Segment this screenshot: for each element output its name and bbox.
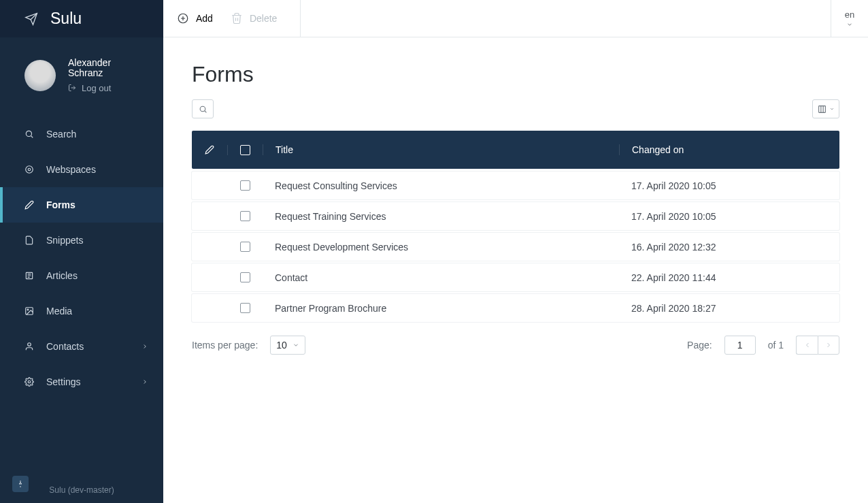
chevron-left-icon: [803, 341, 812, 349]
next-page-button[interactable]: [818, 336, 839, 355]
prev-page-button[interactable]: [796, 336, 818, 355]
row-checkbox-cell[interactable]: [227, 303, 263, 313]
column-title[interactable]: Title: [263, 144, 619, 155]
sidebar-item-webspaces[interactable]: Webspaces: [0, 152, 163, 187]
table-row[interactable]: Request Training Services 17. April 2020…: [192, 202, 839, 230]
content: Forms Title Changed on: [163, 37, 868, 503]
delete-label: Delete: [250, 13, 277, 24]
target-icon: [24, 165, 34, 174]
nav: Search Webspaces Forms Snippets Articles…: [0, 116, 163, 400]
chevron-right-icon: [141, 343, 148, 350]
page-of-label: of 1: [768, 340, 784, 351]
pin-sidebar-button[interactable]: [12, 476, 29, 492]
svg-rect-10: [818, 106, 825, 112]
items-per-page-label: Items per page:: [192, 340, 258, 351]
search-icon: [24, 129, 34, 139]
pencil-icon: [205, 145, 214, 155]
row-changed: 28. April 2020 18:27: [619, 303, 839, 314]
trash-icon: [231, 12, 243, 25]
table-row[interactable]: Contact 22. April 2020 11:44: [192, 263, 839, 291]
row-checkbox[interactable]: [240, 272, 250, 282]
svg-point-0: [26, 131, 31, 136]
footer-version: Sulu (dev-master): [49, 485, 114, 495]
row-checkbox[interactable]: [240, 242, 250, 252]
items-per-page-select[interactable]: 10: [270, 336, 305, 355]
svg-point-7: [28, 380, 31, 383]
logout-icon: [68, 84, 76, 92]
avatar[interactable]: [24, 60, 56, 91]
row-checkbox-cell[interactable]: [227, 272, 263, 282]
chevron-right-icon: [824, 341, 833, 349]
add-label: Add: [196, 13, 213, 24]
language-switcher[interactable]: en: [831, 0, 868, 37]
column-edit: [192, 145, 227, 155]
sidebar-item-articles[interactable]: Articles: [0, 258, 163, 293]
row-checkbox-cell[interactable]: [227, 211, 263, 221]
table-header: Title Changed on: [192, 131, 839, 169]
toolbar-group: Add Delete: [163, 0, 301, 37]
row-checkbox[interactable]: [240, 211, 250, 221]
forms-table: Title Changed on Request Consulting Serv…: [192, 131, 839, 322]
sidebar-item-search[interactable]: Search: [0, 116, 163, 152]
row-title: Request Training Services: [263, 211, 619, 222]
sidebar-header: Sulu: [0, 0, 163, 37]
page-input[interactable]: [724, 336, 756, 355]
row-checkbox-cell[interactable]: [227, 180, 263, 191]
page-label: Page:: [687, 340, 712, 351]
columns-icon: [818, 105, 827, 114]
sidebar-item-contacts[interactable]: Contacts: [0, 329, 163, 364]
row-checkbox-cell[interactable]: [227, 242, 263, 252]
nav-label: Search: [46, 129, 76, 140]
sidebar-item-snippets[interactable]: Snippets: [0, 223, 163, 258]
column-options-button[interactable]: [812, 99, 839, 118]
table-row[interactable]: Partner Program Brochure 28. April 2020 …: [192, 294, 839, 322]
newspaper-icon: [24, 271, 34, 280]
page-title: Forms: [192, 62, 839, 87]
per-page-value: 10: [276, 340, 287, 351]
pagination: Items per page: 10 Page: of 1: [192, 336, 839, 355]
svg-point-1: [26, 166, 33, 174]
sidebar: Sulu Alexander Schranz Log out Search We…: [0, 0, 163, 503]
column-checkbox[interactable]: [227, 145, 263, 155]
row-changed: 16. April 2020 12:32: [619, 242, 839, 253]
chevron-down-icon: [846, 21, 853, 28]
row-checkbox[interactable]: [240, 180, 250, 191]
chevron-right-icon: [141, 378, 148, 385]
select-all-checkbox[interactable]: [240, 145, 250, 155]
nav-label: Snippets: [46, 235, 83, 246]
svg-point-6: [28, 343, 31, 346]
row-checkbox[interactable]: [240, 303, 250, 313]
chevron-down-icon: [293, 342, 299, 348]
page-controls: Page: of 1: [687, 336, 839, 355]
svg-point-2: [28, 168, 31, 171]
row-changed: 17. April 2020 10:05: [619, 180, 839, 191]
column-changed[interactable]: Changed on: [619, 144, 839, 155]
nav-label: Settings: [46, 376, 81, 387]
pin-icon: [16, 480, 24, 488]
table-row[interactable]: Request Consulting Services 17. April 20…: [192, 172, 839, 199]
row-title: Request Consulting Services: [263, 180, 619, 191]
sidebar-item-media[interactable]: Media: [0, 293, 163, 329]
sidebar-footer: Sulu (dev-master): [0, 477, 163, 503]
gear-icon: [24, 377, 34, 387]
plus-circle-icon: [177, 12, 189, 25]
sidebar-item-settings[interactable]: Settings: [0, 364, 163, 400]
user-name: Alexander Schranz: [68, 58, 111, 79]
sidebar-item-forms[interactable]: Forms: [0, 187, 163, 223]
language-label: en: [845, 10, 854, 20]
table-row[interactable]: Request Development Services 16. April 2…: [192, 233, 839, 261]
nav-label: Contacts: [46, 341, 84, 352]
main: Add Delete en Forms: [163, 0, 868, 503]
pencil-icon: [24, 200, 34, 210]
filter-row: [192, 99, 839, 118]
add-button[interactable]: Add: [177, 12, 213, 25]
row-changed: 17. April 2020 10:05: [619, 211, 839, 222]
image-icon: [24, 306, 34, 316]
chevron-down-icon: [829, 106, 835, 112]
brand-label: Sulu: [50, 10, 82, 28]
row-title: Partner Program Brochure: [263, 303, 619, 314]
search-icon: [199, 105, 207, 114]
nav-label: Media: [46, 306, 72, 317]
logout-link[interactable]: Log out: [68, 83, 111, 93]
search-toggle-button[interactable]: [192, 99, 214, 118]
